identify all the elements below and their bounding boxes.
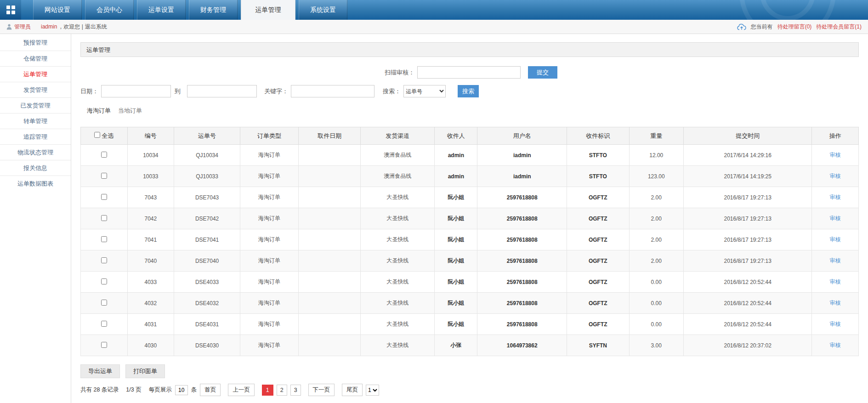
table-row: 7040 DSE7040 海淘订单 大圣快线 阮小姐 2597618808 OG… bbox=[81, 250, 859, 272]
cell-username: iadmin bbox=[477, 166, 567, 187]
sidebar-item-transfer-management[interactable]: 转单管理 bbox=[0, 113, 71, 129]
tab-overseas-orders[interactable]: 海淘订单 bbox=[87, 107, 111, 115]
select-all-checkbox[interactable] bbox=[94, 132, 100, 138]
first-page-button[interactable]: 首页 bbox=[200, 384, 221, 396]
audit-link[interactable]: 审核 bbox=[830, 278, 841, 285]
cell-username: 2597618808 bbox=[477, 293, 567, 314]
sidebar-item-waybill-charts[interactable]: 运单数据图表 bbox=[0, 176, 71, 191]
welcome-text: ，欢迎您 | bbox=[58, 23, 83, 31]
sidebar-item-waybill-management[interactable]: 运单管理 bbox=[0, 66, 71, 82]
row-checkbox[interactable] bbox=[101, 236, 107, 242]
table-row: 4030 DSE4030 海淘订单 大圣快线 小张 1064973862 SYF… bbox=[81, 335, 859, 356]
row-checkbox[interactable] bbox=[101, 321, 107, 327]
row-checkbox[interactable] bbox=[101, 278, 107, 284]
cell-no: 4032 bbox=[127, 293, 174, 314]
per-page-input[interactable] bbox=[175, 385, 188, 395]
top-navbar: 网站设置 会员中心 运单设置 财务管理 运单管理 系统设置 bbox=[0, 0, 868, 20]
cell-action: 审核 bbox=[812, 229, 859, 250]
cell-select bbox=[81, 272, 128, 293]
cell-username: 1064973862 bbox=[477, 335, 567, 356]
sidebar-item-logistics-status-management[interactable]: 物流状态管理 bbox=[0, 144, 71, 160]
pagination: 共有 28 条记录 1/3 页 每页展示 条 首页 上一页 1 2 3 下一页 … bbox=[80, 384, 859, 396]
prev-page-button[interactable]: 上一页 bbox=[228, 384, 255, 396]
row-checkbox[interactable] bbox=[101, 300, 107, 306]
pending-message-link[interactable]: 待处理留言(0) bbox=[777, 23, 812, 31]
row-checkbox[interactable] bbox=[101, 257, 107, 263]
page-jump-select[interactable]: 1 bbox=[366, 385, 379, 396]
audit-link[interactable]: 审核 bbox=[830, 173, 841, 179]
page-number-2[interactable]: 2 bbox=[277, 385, 287, 396]
cell-waybill: DSE7041 bbox=[174, 229, 240, 250]
nav-tab-member-center[interactable]: 会员中心 bbox=[85, 0, 134, 20]
cell-username: 2597618808 bbox=[477, 272, 567, 293]
sidebar-item-tracking-management[interactable]: 追踪管理 bbox=[0, 129, 71, 144]
cell-waybill: DSE4030 bbox=[174, 335, 240, 356]
cell-channel: 大圣快线 bbox=[361, 208, 435, 229]
cell-order-type: 海淘订单 bbox=[240, 293, 299, 314]
audit-link[interactable]: 审核 bbox=[830, 300, 841, 306]
audit-link[interactable]: 审核 bbox=[830, 215, 841, 221]
audit-link[interactable]: 审核 bbox=[830, 257, 841, 264]
cell-channel: 大圣快线 bbox=[361, 229, 435, 250]
cell-recipient: 阮小姐 bbox=[435, 250, 477, 272]
sidebar-item-forecast-management[interactable]: 预报管理 bbox=[0, 35, 71, 51]
nav-tab-waybill-management[interactable]: 运单管理 bbox=[241, 0, 295, 20]
date-end-input[interactable] bbox=[187, 85, 257, 97]
row-checkbox[interactable] bbox=[101, 194, 107, 200]
audit-link[interactable]: 审核 bbox=[830, 342, 841, 348]
nav-tab-system-settings[interactable]: 系统设置 bbox=[299, 0, 347, 20]
keyword-input[interactable] bbox=[291, 85, 374, 97]
grid-icon bbox=[6, 6, 15, 14]
username-label: iadmin bbox=[41, 23, 57, 30]
audit-link[interactable]: 审核 bbox=[830, 152, 841, 158]
date-start-input[interactable] bbox=[101, 85, 171, 97]
next-page-button[interactable]: 下一页 bbox=[308, 384, 335, 396]
keyword-label: 关键字： bbox=[264, 87, 288, 96]
row-checkbox[interactable] bbox=[101, 173, 107, 179]
cell-no: 7041 bbox=[127, 229, 174, 250]
sidebar-item-shipping-management[interactable]: 发货管理 bbox=[0, 82, 71, 97]
cell-pickup-date bbox=[299, 293, 361, 314]
logout-link[interactable]: 退出系统 bbox=[85, 23, 107, 31]
cell-recipient: 阮小姐 bbox=[435, 293, 477, 314]
pending-member-message-link[interactable]: 待处理会员留言(1) bbox=[816, 23, 862, 31]
cell-mark: OGFTZ bbox=[567, 272, 629, 293]
table-row: 10034 QJ10034 海淘订单 澳洲食品线 admin iadmin ST… bbox=[81, 145, 859, 166]
audit-link[interactable]: 审核 bbox=[830, 321, 841, 327]
row-checkbox[interactable] bbox=[101, 342, 107, 348]
cell-action: 审核 bbox=[812, 293, 859, 314]
scan-submit-button[interactable]: 提交 bbox=[528, 66, 557, 79]
scan-audit-input[interactable] bbox=[417, 66, 521, 79]
cell-submit-time: 2016/8/17 19:27:13 bbox=[684, 208, 812, 229]
cell-waybill: QJ10034 bbox=[174, 145, 240, 166]
row-checkbox[interactable] bbox=[101, 152, 107, 158]
nav-tab-finance-management[interactable]: 财务管理 bbox=[189, 0, 238, 20]
nav-tab-waybill-settings[interactable]: 运单设置 bbox=[137, 0, 186, 20]
tab-local-orders[interactable]: 当地订单 bbox=[118, 107, 142, 115]
export-waybill-button[interactable]: 导出运单 bbox=[80, 364, 120, 378]
cell-select bbox=[81, 335, 128, 356]
search-button[interactable]: 搜索 bbox=[458, 85, 479, 97]
page-number-3[interactable]: 3 bbox=[290, 385, 301, 396]
app-menu-button[interactable] bbox=[0, 0, 21, 20]
col-header-action: 操作 bbox=[812, 127, 859, 145]
notice-prefix: 您当前有 bbox=[751, 23, 773, 31]
last-page-button[interactable]: 尾页 bbox=[342, 384, 363, 396]
cell-waybill: DSE7042 bbox=[174, 208, 240, 229]
page-number-1[interactable]: 1 bbox=[262, 385, 273, 396]
sidebar-item-customs-info[interactable]: 报关信息 bbox=[0, 160, 71, 176]
audit-link[interactable]: 审核 bbox=[830, 194, 841, 200]
cell-action: 审核 bbox=[812, 272, 859, 293]
row-checkbox[interactable] bbox=[101, 215, 107, 221]
sidebar-item-shipped-management[interactable]: 已发货管理 bbox=[0, 97, 71, 113]
nav-tab-site-settings[interactable]: 网站设置 bbox=[33, 0, 82, 20]
notice-area: 您当前有 待处理留言(0) 待处理会员留言(1) bbox=[737, 23, 862, 31]
search-type-select[interactable]: 运单号 bbox=[403, 85, 446, 97]
cell-recipient: 阮小姐 bbox=[435, 208, 477, 229]
cell-mark: OGFTZ bbox=[567, 250, 629, 272]
audit-link[interactable]: 审核 bbox=[830, 236, 841, 243]
sidebar-item-warehouse-management[interactable]: 仓储管理 bbox=[0, 51, 71, 66]
print-label-button[interactable]: 打印面单 bbox=[125, 364, 165, 378]
cell-select bbox=[81, 293, 128, 314]
cell-username: 2597618808 bbox=[477, 314, 567, 335]
